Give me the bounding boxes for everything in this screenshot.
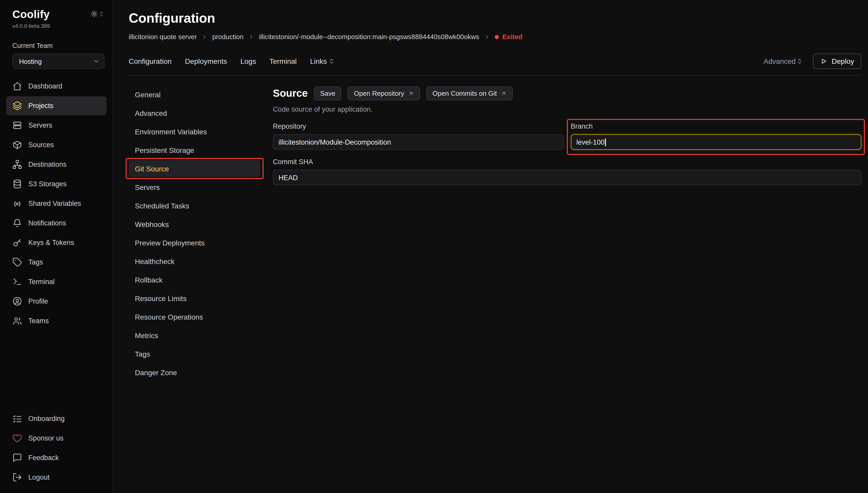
sidebar-nav: Dashboard Projects Servers Sources Desti… [6,77,107,330]
sidebar-item-logout[interactable]: Logout [6,468,107,487]
breadcrumb-environment[interactable]: production [212,33,243,41]
subnav-item-preview-deployments[interactable]: Preview Deployments [129,234,260,251]
subnav-item-resource-limits[interactable]: Resource Limits [129,290,260,307]
logout-icon [12,472,22,482]
variable-icon: (x) [12,199,22,209]
open-repository-button[interactable]: Open Repository [348,86,420,100]
page-title: Configuration [129,10,861,26]
sidebar-item-shared-variables[interactable]: (x) Shared Variables [6,194,107,213]
sidebar-item-destinations[interactable]: Destinations [6,155,107,174]
terminal-icon [12,277,22,287]
heart-icon [12,433,22,443]
team-select[interactable]: Hosting [12,53,105,69]
database-icon [12,179,22,189]
commit-sha-label: Commit SHA [273,158,861,166]
repository-field: Repository illicitestonion/Module-Decomp… [273,123,564,150]
repository-label: Repository [273,123,564,130]
deploy-button[interactable]: Deploy [813,53,861,69]
open-commits-button[interactable]: Open Commits on Git [426,86,513,100]
checklist-icon [12,414,22,424]
status-dot-icon [494,35,499,39]
layers-icon [12,101,22,111]
subnav-item-general[interactable]: General [129,86,260,103]
current-team-label: Current Team [12,42,105,49]
git-source-panel: Source Save Open Repository Open Commits… [273,86,861,493]
sidebar-item-projects[interactable]: Projects [6,96,107,115]
subnav-item-resource-operations[interactable]: Resource Operations [129,308,260,325]
chevron-right-icon [248,34,254,40]
tab-divider [129,75,861,76]
sidebar: Coolify v4.0.0-beta.399 Current Team Hos… [0,0,113,493]
key-icon [12,238,22,248]
theme-toggle[interactable] [91,10,105,18]
tab-logs[interactable]: Logs [240,57,256,65]
package-icon [12,140,22,150]
team-select-value: Hosting [19,57,42,65]
chevron-right-icon [484,34,490,40]
user-circle-icon [12,296,22,306]
sidebar-item-sources[interactable]: Sources [6,135,107,154]
subnav-item-healthcheck[interactable]: Healthcheck [129,253,260,270]
tab-configuration[interactable]: Configuration [129,57,172,65]
subnav-item-danger-zone[interactable]: Danger Zone [129,364,260,381]
chevrons-up-down-icon [797,58,803,64]
external-link-icon [408,90,414,97]
subnav-item-webhooks[interactable]: Webhooks [129,216,260,233]
tag-icon [12,257,22,267]
source-description: Code source of your application. [273,106,861,113]
tab-deployments[interactable]: Deployments [185,57,227,65]
breadcrumb-resource[interactable]: illicitestonion/-module--decomposition:m… [259,33,479,41]
chevron-down-icon [93,58,100,65]
status-badge: Exited [494,33,522,41]
sidebar-item-onboarding[interactable]: Onboarding [6,409,107,428]
subnav-item-tags[interactable]: Tags [129,345,260,362]
config-subnav: General Advanced Environment Variables P… [129,86,260,493]
subnav-item-scheduled-tasks[interactable]: Scheduled Tasks [129,197,260,214]
breadcrumb-project[interactable]: illicitonion quote server [129,33,197,41]
message-icon [12,453,22,463]
users-icon [12,316,22,326]
play-icon [820,58,828,65]
svg-text:(x): (x) [14,200,20,206]
subnav-item-advanced[interactable]: Advanced [129,105,260,122]
sidebar-item-s3-storages[interactable]: S3 Storages [6,174,107,193]
subnav-item-persistent-storage[interactable]: Persistent Storage [129,142,260,158]
main-area: Configuration illicitonion quote server … [113,0,868,493]
advanced-menu[interactable]: Advanced [763,57,803,65]
subnav-item-git-source[interactable]: Git Source [129,160,260,177]
sun-icon [91,10,98,18]
source-title: Source [273,87,308,99]
sidebar-item-teams[interactable]: Teams [6,311,107,330]
sidebar-item-feedback[interactable]: Feedback [6,448,107,467]
breadcrumb: illicitonion quote server production ill… [129,33,861,41]
home-icon [12,81,22,91]
sidebar-item-profile[interactable]: Profile [6,292,107,311]
branch-input[interactable]: level-100 [571,134,861,150]
subnav-item-servers[interactable]: Servers [129,178,260,196]
tab-links[interactable]: Links [310,57,335,65]
bell-icon [12,218,22,228]
commit-sha-field: Commit SHA HEAD [273,158,861,185]
save-button[interactable]: Save [314,86,342,100]
sidebar-item-sponsor-us[interactable]: Sponsor us [6,429,107,448]
chevrons-up-down-icon [98,11,105,17]
app-logo: Coolify [12,8,50,21]
sidebar-item-servers[interactable]: Servers [6,116,107,135]
sidebar-item-dashboard[interactable]: Dashboard [6,77,107,96]
chevrons-up-down-icon [329,58,335,64]
sidebar-item-terminal[interactable]: Terminal [6,272,107,291]
commit-sha-input[interactable]: HEAD [273,170,861,185]
subnav-item-environment-variables[interactable]: Environment Variables [129,123,260,140]
external-link-icon [501,90,507,97]
server-icon [12,121,22,130]
subnav-item-rollback[interactable]: Rollback [129,271,260,288]
sidebar-item-notifications[interactable]: Notifications [6,214,107,233]
sidebar-item-keys-tokens[interactable]: Keys & Tokens [6,233,107,252]
subnav-item-metrics[interactable]: Metrics [129,327,260,344]
tab-bar: Configuration Deployments Logs Terminal … [129,53,861,69]
network-icon [12,159,22,169]
sidebar-footer: Onboarding Sponsor us Feedback Logout [6,409,107,487]
sidebar-item-tags[interactable]: Tags [6,253,107,272]
repository-input[interactable]: illicitestonion/Module-Decomposition [273,134,564,150]
tab-terminal[interactable]: Terminal [270,57,297,65]
